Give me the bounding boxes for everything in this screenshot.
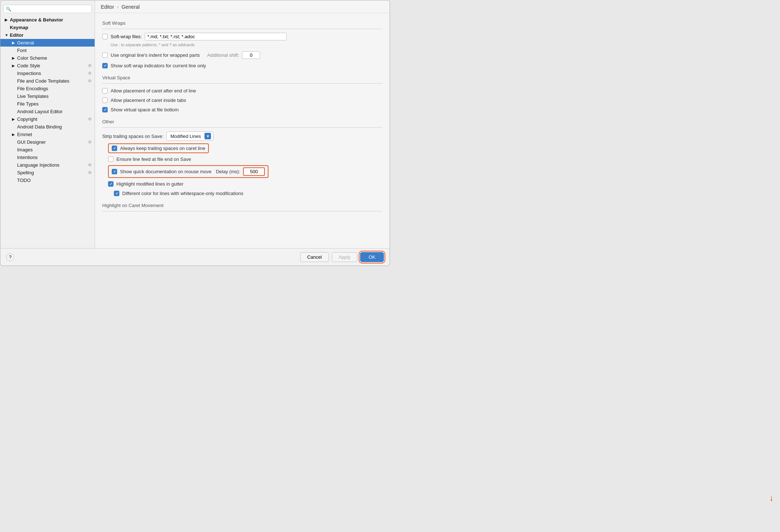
sidebar-item-label: Android Layout Editor [17, 109, 92, 114]
highlight-modified-label: Highlight modified lines in gutter [116, 181, 183, 187]
original-indent-label: Use original line's indent for wrapped p… [111, 52, 200, 58]
chevron-right-icon: ▶ [12, 117, 16, 121]
settings-icon: ⚙ [88, 71, 92, 76]
sidebar-item-colorscheme[interactable]: ▶ Color Scheme [0, 54, 95, 62]
sidebar-item-label: GUI Designer [17, 139, 87, 145]
different-color-checkbox[interactable] [114, 191, 119, 196]
highlight-modified-checkbox[interactable] [108, 181, 114, 187]
softwrap-hint: Use ; to separate patterns, * and ? as w… [111, 43, 382, 47]
sidebar-item-label: File Types [17, 101, 92, 107]
sidebar-item-todo[interactable]: TODO [0, 176, 95, 184]
different-color-row: Different color for lines with whitespac… [114, 190, 382, 197]
sidebar-item-label: Android Data Binding [17, 124, 92, 130]
additional-shift-input[interactable] [242, 51, 260, 59]
sidebar-item-filetypes[interactable]: File Types [0, 100, 95, 108]
additional-shift-label: Additional shift: [207, 52, 239, 58]
always-keep-checkbox[interactable] [112, 146, 117, 151]
original-indent-row: Use original line's indent for wrapped p… [102, 51, 382, 60]
breadcrumb: Editor › General [95, 0, 390, 13]
settings-icon: ⚙ [88, 170, 92, 175]
search-input[interactable] [13, 6, 89, 12]
show-quick-doc-checkbox[interactable] [112, 169, 117, 174]
sidebar-item-label: Emmet [17, 132, 92, 137]
search-bar[interactable]: 🔍 [3, 5, 92, 13]
sidebar-item-editor[interactable]: ▼ Editor [0, 31, 95, 39]
sidebar-item-label: Code Style [17, 63, 87, 68]
show-indicators-checkbox[interactable] [102, 63, 108, 68]
settings-icon: ⚙ [88, 79, 92, 83]
breadcrumb-parent: Editor [101, 4, 114, 10]
breadcrumb-separator: › [117, 4, 120, 10]
cancel-button[interactable]: Cancel [300, 252, 329, 262]
virtual-space-checkbox[interactable] [102, 107, 108, 112]
sidebar-item-label: Font [17, 48, 92, 53]
sidebar-item-androiddatabinding[interactable]: Android Data Binding [0, 123, 95, 131]
caret-tabs-row: Allow placement of caret inside tabs [102, 97, 382, 104]
sidebar-item-spelling[interactable]: Spelling ⚙ [0, 169, 95, 176]
strip-trailing-select[interactable]: Modified Lines ▼ [166, 131, 214, 141]
strip-trailing-row: Strip trailing spaces on Save: Modified … [102, 131, 382, 141]
caret-tabs-checkbox[interactable] [102, 98, 108, 103]
softwrap-files-row: Soft-wrap files: [102, 33, 382, 40]
sidebar-item-images[interactable]: Images [0, 146, 95, 154]
virtualspace-label: Virtual Space [102, 75, 382, 80]
softwrap-files-checkbox[interactable] [102, 34, 108, 39]
sidebar: 🔍 ▶ Appearance & Behavior Keymap ▼ Edito… [0, 0, 95, 248]
sidebar-item-filecodetemplates[interactable]: File and Code Templates ⚙ [0, 77, 95, 85]
sidebar-item-livetemplates[interactable]: Live Templates [0, 92, 95, 100]
sidebar-item-label: Inspections [17, 71, 87, 76]
softwraps-section: Soft Wraps Soft-wrap files: Use ; to sep… [102, 20, 382, 69]
ensure-linefeed-checkbox[interactable] [108, 156, 114, 162]
help-button[interactable]: ? [6, 253, 14, 261]
sidebar-item-label: Images [17, 147, 92, 152]
sidebar-item-androidlayout[interactable]: Android Layout Editor [0, 108, 95, 115]
caret-end-checkbox[interactable] [102, 88, 108, 94]
dialog-body: 🔍 ▶ Appearance & Behavior Keymap ▼ Edito… [0, 0, 390, 248]
always-keep-label: Always keep trailing spaces on caret lin… [120, 146, 205, 151]
show-indicators-row: Show soft wrap indicators for current li… [102, 62, 382, 69]
chevron-down-icon: ▼ [204, 133, 211, 139]
strip-trailing-label: Strip trailing spaces on Save: [102, 134, 163, 139]
sidebar-item-label: File Encodings [17, 86, 92, 91]
sidebar-item-keymap[interactable]: Keymap [0, 24, 95, 31]
highlight-modified-row: Highlight modified lines in gutter [102, 180, 382, 187]
sidebar-item-intentions[interactable]: Intentions [0, 154, 95, 161]
sidebar-item-copyright[interactable]: ▶ Copyright ⚙ [0, 115, 95, 123]
show-quick-doc-highlighted: Show quick documentation on mouse move D… [108, 165, 268, 178]
softwrap-files-input[interactable] [145, 33, 287, 40]
preferences-dialog: 🔍 ▶ Appearance & Behavior Keymap ▼ Edito… [0, 0, 390, 266]
highlight-caret-section: Highlight on Caret Movement [102, 203, 382, 211]
apply-button[interactable]: Apply [332, 252, 358, 262]
sidebar-item-guidesigner[interactable]: GUI Designer ⚙ [0, 138, 95, 146]
show-indicators-label: Show soft wrap indicators for current li… [111, 63, 206, 68]
sidebar-item-inspections[interactable]: Inspections ⚙ [0, 70, 95, 77]
softwraps-label: Soft Wraps [102, 20, 382, 26]
sidebar-item-general[interactable]: ▶ General [0, 39, 95, 47]
other-section: Other Strip trailing spaces on Save: Mod… [102, 119, 382, 197]
sidebar-item-label: Keymap [10, 25, 92, 30]
sidebar-item-label: File and Code Templates [17, 78, 87, 84]
ok-button[interactable]: OK [360, 252, 384, 262]
sidebar-item-languageinjections[interactable]: Language Injections ⚙ [0, 161, 95, 169]
sidebar-item-label: Copyright [17, 116, 87, 122]
dialog-footer: ? Cancel Apply OK [0, 248, 390, 266]
sidebar-item-fileencodings[interactable]: File Encodings [0, 85, 95, 92]
sidebar-item-emmet[interactable]: ▶ Emmet [0, 131, 95, 138]
delay-input[interactable] [243, 167, 265, 176]
sidebar-item-appearance[interactable]: ▶ Appearance & Behavior [0, 16, 95, 24]
chevron-right-icon: ▶ [12, 132, 16, 136]
sidebar-item-label: Appearance & Behavior [10, 17, 92, 23]
breadcrumb-current: General [122, 4, 140, 10]
ensure-linefeed-row: Ensure line feed at file end on Save [102, 156, 382, 163]
sidebar-item-label: Intentions [17, 155, 92, 160]
chevron-right-icon: ▶ [5, 18, 8, 22]
caret-end-label: Allow placement of caret after end of li… [111, 88, 196, 94]
caret-tabs-label: Allow placement of caret inside tabs [111, 98, 186, 103]
chevron-right-icon: ▶ [12, 56, 16, 60]
sidebar-item-font[interactable]: Font [0, 47, 95, 54]
other-divider [102, 127, 382, 128]
sidebar-item-codestyle[interactable]: ▶ Code Style ⚙ [0, 62, 95, 70]
delay-label: Delay (ms): [216, 169, 240, 174]
sidebar-item-label: Spelling [17, 170, 87, 175]
original-indent-checkbox[interactable] [102, 52, 108, 58]
